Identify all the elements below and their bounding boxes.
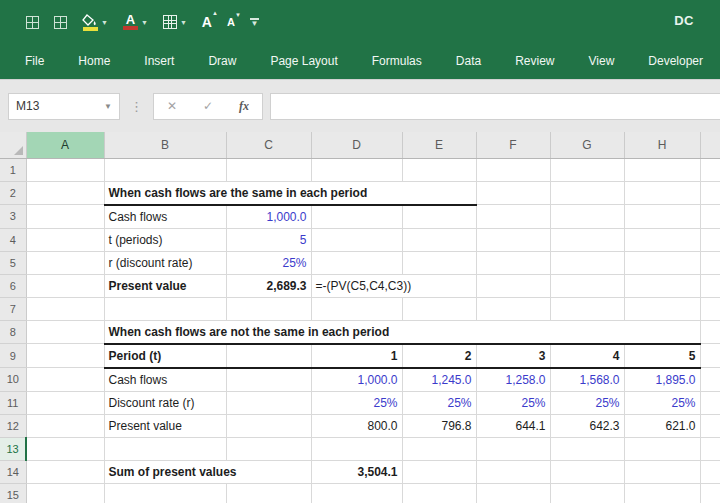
cell-E15[interactable] bbox=[402, 483, 476, 503]
cell-D1[interactable] bbox=[311, 158, 402, 181]
row-header-15[interactable]: 15 bbox=[0, 483, 26, 503]
cell-A12[interactable] bbox=[26, 414, 104, 437]
formula-bar-handle[interactable]: ⋮ bbox=[130, 99, 143, 114]
cell-C11[interactable] bbox=[226, 391, 311, 414]
cell-G4[interactable] bbox=[550, 228, 624, 251]
enter-icon[interactable]: ✓ bbox=[190, 99, 226, 113]
cell-partial-10[interactable] bbox=[700, 368, 720, 392]
cell-G15[interactable] bbox=[550, 483, 624, 503]
cell-partial-3[interactable] bbox=[700, 205, 720, 229]
cell-partial-13[interactable] bbox=[700, 437, 720, 460]
tab-insert[interactable]: Insert bbox=[127, 44, 191, 79]
cell-partial-8[interactable] bbox=[700, 320, 720, 344]
cell-A2[interactable] bbox=[26, 181, 104, 205]
cell-partial-14[interactable] bbox=[700, 460, 720, 483]
cell-E7[interactable] bbox=[402, 297, 476, 320]
cell-H14[interactable] bbox=[624, 460, 700, 483]
cell-D15[interactable] bbox=[311, 483, 402, 503]
cell-D3[interactable] bbox=[311, 205, 402, 229]
column-header-C[interactable]: C bbox=[226, 132, 311, 158]
cell-partial-1[interactable] bbox=[700, 158, 720, 181]
cell-D11[interactable]: 25% bbox=[311, 391, 402, 414]
cell-E3[interactable] bbox=[402, 205, 476, 229]
row-header-8[interactable]: 8 bbox=[0, 320, 26, 344]
row-header-12[interactable]: 12 bbox=[0, 414, 26, 437]
cell-B12[interactable]: Present value bbox=[104, 414, 226, 437]
cell-F15[interactable] bbox=[476, 483, 550, 503]
cell-E10[interactable]: 1,245.0 bbox=[402, 368, 476, 392]
cell-partial-9[interactable] bbox=[700, 344, 720, 368]
shrink-font-icon[interactable]: A▼ bbox=[227, 16, 235, 28]
tab-home[interactable]: Home bbox=[61, 44, 127, 79]
cell-E13[interactable] bbox=[402, 437, 476, 460]
customize-qat-icon[interactable]: ▼ bbox=[250, 18, 259, 26]
cell-G1[interactable] bbox=[550, 158, 624, 181]
cell-A14[interactable] bbox=[26, 460, 104, 483]
cell-B2[interactable]: When cash flows are the same in each per… bbox=[104, 181, 476, 205]
insert-function-icon[interactable]: fx bbox=[226, 99, 262, 114]
column-header-F[interactable]: F bbox=[476, 132, 550, 158]
row-header-6[interactable]: 6 bbox=[0, 274, 26, 297]
cell-B7[interactable] bbox=[104, 297, 226, 320]
tab-page-layout[interactable]: Page Layout bbox=[253, 44, 354, 79]
cell-H15[interactable] bbox=[624, 483, 700, 503]
cell-A13[interactable] bbox=[26, 437, 104, 460]
grow-font-icon[interactable]: A▲ bbox=[202, 14, 212, 30]
cell-A11[interactable] bbox=[26, 391, 104, 414]
cell-E11[interactable]: 25% bbox=[402, 391, 476, 414]
cell-D13[interactable] bbox=[311, 437, 402, 460]
cell-F5[interactable] bbox=[476, 251, 550, 274]
cell-C1[interactable] bbox=[226, 158, 311, 181]
cell-D5[interactable] bbox=[311, 251, 402, 274]
cell-B14[interactable]: Sum of present values bbox=[104, 460, 311, 483]
cell-H11[interactable]: 25% bbox=[624, 391, 700, 414]
name-box[interactable]: M13 ▼ bbox=[8, 93, 120, 120]
column-header-partial[interactable] bbox=[700, 132, 720, 158]
draw-borders-icon[interactable]: ▼ bbox=[163, 15, 187, 29]
cell-A8[interactable] bbox=[26, 320, 104, 344]
row-header-7[interactable]: 7 bbox=[0, 297, 26, 320]
borders-grid-icon-2[interactable] bbox=[54, 16, 67, 29]
formula-input[interactable] bbox=[270, 93, 720, 120]
cell-G5[interactable] bbox=[550, 251, 624, 274]
borders-grid-icon[interactable] bbox=[26, 16, 39, 29]
cell-B6[interactable]: Present value bbox=[104, 274, 226, 297]
tab-review[interactable]: Review bbox=[498, 44, 571, 79]
cell-B1[interactable] bbox=[104, 158, 226, 181]
chevron-down-icon[interactable]: ▼ bbox=[104, 102, 112, 111]
cell-C4[interactable]: 5 bbox=[226, 228, 311, 251]
cell-C7[interactable] bbox=[226, 297, 311, 320]
cell-B10[interactable]: Cash flows bbox=[104, 368, 226, 392]
cell-E14[interactable] bbox=[402, 460, 476, 483]
cell-partial-15[interactable] bbox=[700, 483, 720, 503]
cell-F11[interactable]: 25% bbox=[476, 391, 550, 414]
cell-G2[interactable] bbox=[550, 181, 624, 205]
cell-F13[interactable] bbox=[476, 437, 550, 460]
cell-G13[interactable] bbox=[550, 437, 624, 460]
user-badge[interactable]: DC bbox=[674, 13, 694, 28]
cell-D10[interactable]: 1,000.0 bbox=[311, 368, 402, 392]
cell-partial-6[interactable] bbox=[700, 274, 720, 297]
cell-F6[interactable] bbox=[476, 274, 550, 297]
cell-C13[interactable] bbox=[226, 437, 311, 460]
cell-partial-7[interactable] bbox=[700, 297, 720, 320]
cell-D4[interactable] bbox=[311, 228, 402, 251]
cell-D14[interactable]: 3,504.1 bbox=[311, 460, 402, 483]
cell-H4[interactable] bbox=[624, 228, 700, 251]
cell-H9[interactable]: 5 bbox=[624, 344, 700, 368]
cell-partial-2[interactable] bbox=[700, 181, 720, 205]
row-header-14[interactable]: 14 bbox=[0, 460, 26, 483]
tab-formulas[interactable]: Formulas bbox=[355, 44, 439, 79]
cell-F4[interactable] bbox=[476, 228, 550, 251]
cell-G12[interactable]: 642.3 bbox=[550, 414, 624, 437]
cell-D7[interactable] bbox=[311, 297, 402, 320]
font-color-icon[interactable]: A ▼ bbox=[123, 14, 148, 30]
cell-E9[interactable]: 2 bbox=[402, 344, 476, 368]
row-header-13[interactable]: 13 bbox=[0, 437, 26, 460]
tab-file[interactable]: File bbox=[8, 44, 61, 79]
cancel-icon[interactable]: ✕ bbox=[154, 99, 190, 113]
cell-E1[interactable] bbox=[402, 158, 476, 181]
cell-B3[interactable]: Cash flows bbox=[104, 205, 226, 229]
tab-draw[interactable]: Draw bbox=[191, 44, 253, 79]
cell-G9[interactable]: 4 bbox=[550, 344, 624, 368]
